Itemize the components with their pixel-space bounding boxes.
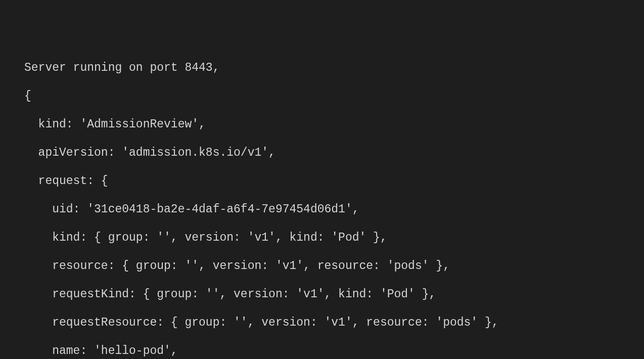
- code-line: name: 'hello-pod',: [24, 344, 644, 358]
- code-line: resource: { group: '', version: 'v1', re…: [24, 259, 644, 273]
- code-line: requestKind: { group: '', version: 'v1',…: [24, 287, 644, 301]
- code-line: Server running on port 8443,: [24, 61, 644, 75]
- terminal-output[interactable]: Server running on port 8443, { kind: 'Ad…: [0, 57, 644, 359]
- code-line: {: [24, 89, 644, 103]
- code-line: uid: '31ce0418-ba2e-4daf-a6f4-7e97454d06…: [24, 202, 644, 216]
- code-line: kind: { group: '', version: 'v1', kind: …: [24, 231, 644, 245]
- code-line: requestResource: { group: '', version: '…: [24, 316, 644, 330]
- code-line: kind: 'AdmissionReview',: [24, 117, 644, 131]
- code-line: request: {: [24, 174, 644, 188]
- code-line: apiVersion: 'admission.k8s.io/v1',: [24, 146, 644, 160]
